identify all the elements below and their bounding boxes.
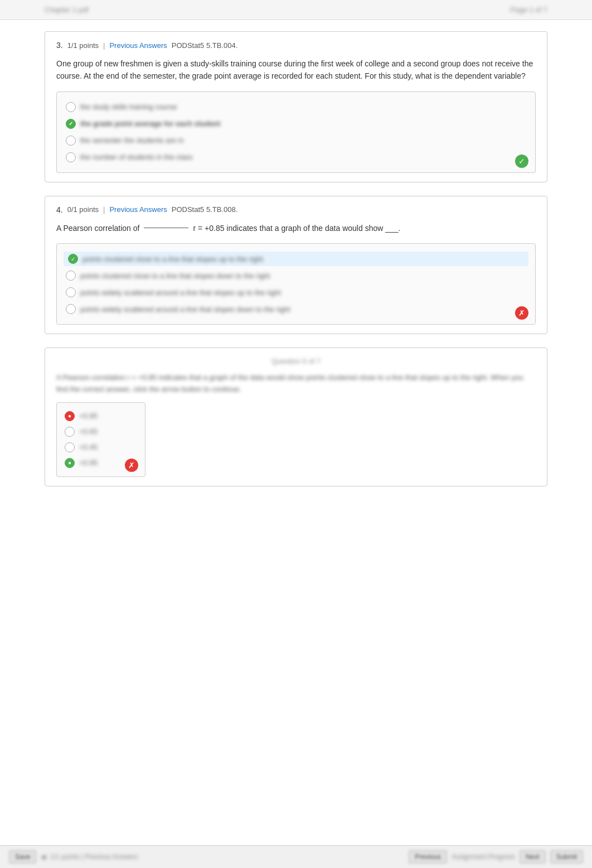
option-3-1-text: the study skills training course [80, 103, 177, 111]
question-4-text-after: r = +0.85 indicates that a graph of the … [193, 222, 400, 234]
q5-option-1[interactable]: ● +0.85 [65, 408, 137, 424]
question-3-header: 3. 1/1 points | Previous Answers PODStat… [56, 41, 536, 50]
header-right-text: Page 1 of 7 [511, 6, 548, 14]
q5-option-3[interactable]: +0.45 [65, 440, 137, 455]
option-4-4-text: points widely scattered around a line th… [80, 305, 290, 314]
option-3-3-indicator [66, 136, 76, 146]
option-3-3[interactable]: the semester the students are in [66, 132, 526, 149]
question-4-text: A Pearson correlation of r = +0.85 indic… [56, 222, 536, 234]
question-4-text-before: A Pearson correlation of [56, 222, 139, 234]
question-5-block: Question 5 of 7 A Pearson correlation r … [45, 348, 547, 486]
option-4-1[interactable]: ✓ points clustered close to a line that … [64, 252, 528, 266]
question-3-result-badge: ✓ [515, 155, 528, 168]
q5-option-3-text: +0.45 [79, 443, 98, 451]
question-4-problem-code: PODStat5 5.TB.008. [172, 205, 238, 214]
q5-option-2[interactable]: +0.65 [65, 424, 137, 440]
question-4-points: 0/1 points [67, 205, 99, 214]
question-4-result-badge: ✗ [515, 306, 528, 320]
submit-button[interactable]: Submit [550, 850, 583, 864]
question-5-header: Question 5 of 7 [56, 357, 536, 365]
option-4-2-text: points clustered close to a line that sl… [80, 272, 270, 280]
main-content: 3. 1/1 points | Previous Answers PODStat… [0, 20, 592, 511]
option-4-2[interactable]: points clustered close to a line that sl… [66, 267, 526, 284]
question-4-header: 4. 0/1 points | Previous Answers PODStat… [56, 205, 536, 214]
question-3-points: 1/1 points [67, 41, 99, 50]
question-4-options-box: ✓ points clustered close to a line that … [56, 243, 536, 325]
question-4-block: 4. 0/1 points | Previous Answers PODStat… [45, 196, 547, 334]
option-3-4[interactable]: the number of students in the class [66, 149, 526, 166]
q5-option-4-indicator: ● [65, 458, 75, 468]
q5-option-1-indicator: ● [65, 411, 75, 421]
option-4-3-text: points widely scattered around a line th… [80, 288, 281, 297]
option-4-3-indicator [66, 287, 76, 297]
question-5-options-box: ● +0.85 +0.65 +0.45 ● +0.95 ✗ [56, 402, 145, 477]
option-4-1-indicator: ✓ [68, 254, 78, 264]
question-4-number: 4. [56, 205, 63, 214]
footer-text-1: 1/1 points | Previous Answers [50, 853, 138, 861]
question-3-pipe: | [103, 41, 105, 50]
option-3-2-text: the grade point average for each student [80, 119, 220, 128]
question-5-result-badge: ✗ [125, 459, 138, 472]
footer-assignment-label: Assignment Progress [452, 853, 515, 861]
header-left-text: Chapter 1.pdf [45, 6, 89, 14]
question-3-text: One group of new freshmen is given a stu… [56, 57, 536, 83]
option-3-1-indicator [66, 102, 76, 112]
q5-option-2-indicator [65, 427, 75, 437]
option-3-3-text: the semester the students are in [80, 136, 184, 144]
footer-prev-label: ◀ [41, 853, 46, 861]
next-button[interactable]: Next [520, 850, 546, 864]
prev-button[interactable]: Previous [409, 850, 447, 864]
option-4-2-indicator [66, 271, 76, 281]
footer-bar: Save ◀ 1/1 points | Previous Answers Pre… [0, 845, 592, 868]
question-3-previous-answers[interactable]: Previous Answers [109, 41, 167, 50]
question-4-blank [144, 228, 188, 228]
question-5-text: A Pearson correlation r = +0.85 indicate… [56, 372, 536, 396]
question-3-problem-code: PODStat5 5.TB.004. [172, 41, 238, 50]
option-3-2[interactable]: ✓ the grade point average for each stude… [66, 115, 526, 132]
q5-option-4-text: +0.95 [79, 459, 98, 467]
question-3-number: 3. [56, 41, 63, 50]
question-4-previous-answers[interactable]: Previous Answers [109, 205, 167, 214]
q5-option-1-text: +0.85 [79, 412, 98, 420]
option-3-1[interactable]: the study skills training course [66, 99, 526, 115]
option-4-1-text: points clustered close to a line that sl… [83, 255, 263, 263]
q5-option-3-indicator [65, 442, 75, 452]
option-4-4[interactable]: points widely scattered around a line th… [66, 301, 526, 317]
question-3-block: 3. 1/1 points | Previous Answers PODStat… [45, 31, 547, 182]
question-3-options-box: the study skills training course ✓ the g… [56, 91, 536, 173]
option-4-4-indicator [66, 304, 76, 314]
option-3-2-indicator: ✓ [66, 119, 76, 129]
option-3-4-text: the number of students in the class [80, 153, 193, 161]
save-button[interactable]: Save [9, 850, 36, 864]
option-4-3[interactable]: points widely scattered around a line th… [66, 284, 526, 301]
page-header: Chapter 1.pdf Page 1 of 7 [0, 0, 592, 20]
option-3-4-indicator [66, 152, 76, 162]
q5-option-2-text: +0.65 [79, 427, 98, 436]
question-4-pipe: | [103, 205, 105, 214]
